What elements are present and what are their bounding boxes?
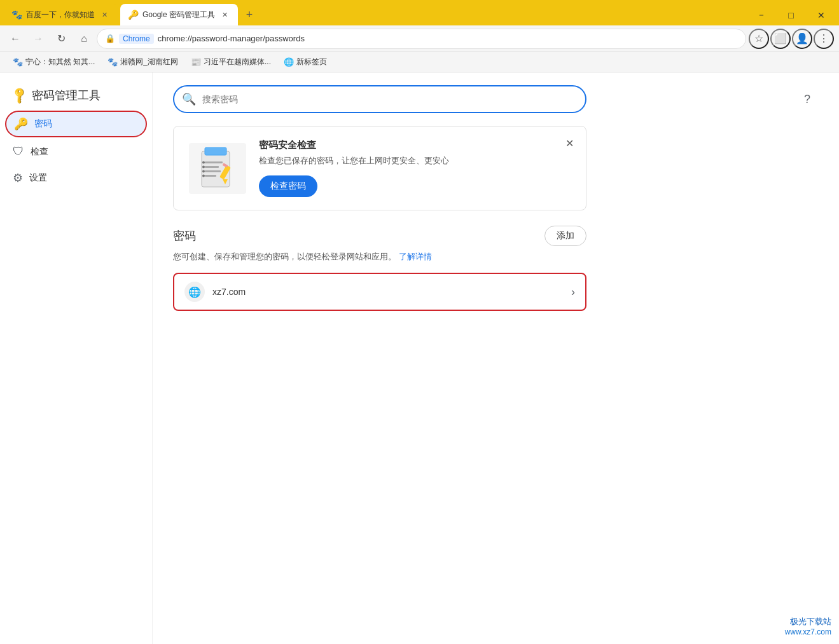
sidebar-title: 🔑 密码管理工具	[5, 83, 147, 108]
watermark-brand: 极光下载站	[785, 616, 831, 627]
tab-passwords-title: Google 密码管理工具	[142, 10, 215, 20]
tab-passwords-favicon: 🔑	[128, 10, 139, 20]
new-tab-button[interactable]: +	[240, 6, 258, 24]
help-icon[interactable]: ?	[796, 88, 819, 111]
svg-point-7	[202, 165, 205, 168]
star-button[interactable]: ☆	[749, 29, 769, 49]
chrome-badge: Chrome	[119, 34, 154, 44]
tab-passwords-close[interactable]: ✕	[219, 9, 230, 20]
svg-point-9	[202, 174, 205, 177]
svg-rect-4	[205, 170, 221, 172]
password-item-0[interactable]: 🌐 xz7.com ›	[173, 273, 586, 311]
sidebar-item-checkup[interactable]: 🛡 检查	[5, 140, 147, 163]
sidebar-key-icon: 🔑	[10, 85, 29, 105]
svg-point-6	[202, 161, 205, 163]
sidebar-checkup-label: 检查	[31, 146, 48, 158]
bookmark-icon-0: 🐾	[13, 57, 23, 67]
checkup-shield-icon: 🛡	[13, 145, 24, 158]
profile-button[interactable]: 👤	[792, 29, 812, 49]
learn-more-link[interactable]: 了解详情	[399, 252, 432, 261]
passwords-section-description: 您可创建、保存和管理您的密码，以便轻松登录网站和应用。 了解详情	[173, 251, 586, 263]
security-card-description: 检查您已保存的密码，让您在上网时更安全、更安心	[259, 155, 571, 167]
tab-baidu-favicon: 🐾	[11, 10, 22, 20]
tab-baidu[interactable]: 🐾 百度一下，你就知道 ✕	[4, 4, 118, 25]
security-card-close-button[interactable]: ✕	[560, 134, 578, 152]
site-icon-0: 🌐	[184, 282, 205, 302]
watermark-url: www.xz7.com	[785, 627, 831, 636]
minimize-button[interactable]: －	[747, 6, 775, 24]
tab-baidu-title: 百度一下，你就知道	[26, 10, 95, 20]
passwords-section-title: 密码	[173, 228, 196, 243]
search-bar-container: 🔍 ?	[173, 85, 819, 113]
site-name-0: xz7.com	[212, 287, 571, 297]
address-text: chrome://password-manager/passwords	[158, 34, 738, 43]
tab-search-button[interactable]: ⬜	[770, 29, 791, 49]
bookmark-label-1: 湘赣网_湖南红网	[120, 57, 178, 67]
search-input[interactable]	[173, 85, 586, 113]
watermark: 极光下载站 www.xz7.com	[785, 616, 831, 636]
bookmark-item-0[interactable]: 🐾 宁心：知其然 知其...	[8, 54, 100, 70]
window-controls: － □ ✕	[747, 4, 835, 24]
security-card-body: 密码安全检查 检查您已保存的密码，让您在上网时更安全、更安心 检查密码	[259, 139, 571, 197]
search-icon: 🔍	[182, 92, 196, 106]
toolbar: ← → ↻ ⌂ 🔒 Chrome chrome://password-manag…	[0, 25, 839, 52]
svg-rect-1	[205, 147, 226, 155]
sidebar-settings-label: 设置	[29, 172, 47, 184]
sidebar-item-passwords[interactable]: 🔑 密码	[5, 111, 147, 137]
tab-baidu-close[interactable]: ✕	[99, 9, 110, 20]
bookmark-icon-3: 🌐	[284, 57, 294, 67]
back-button[interactable]: ←	[5, 29, 25, 49]
svg-point-8	[202, 170, 205, 172]
passwords-key-icon: 🔑	[14, 117, 28, 131]
content-area: 🔍 ? ✕	[153, 72, 839, 644]
passwords-section-header: 密码 添加	[173, 226, 586, 246]
security-illustration	[189, 143, 246, 194]
bookmark-item-1[interactable]: 🐾 湘赣网_湖南红网	[102, 54, 183, 70]
arrow-right-icon: ›	[571, 285, 575, 299]
security-card-title: 密码安全检查	[259, 139, 571, 151]
close-button[interactable]: ✕	[807, 6, 835, 24]
main-content: 🔑 密码管理工具 🔑 密码 🛡 检查 ⚙ 设置 🔍 ?	[0, 72, 839, 644]
sidebar-item-settings[interactable]: ⚙ 设置	[5, 166, 147, 190]
maximize-button[interactable]: □	[777, 6, 805, 24]
check-passwords-button[interactable]: 检查密码	[259, 175, 317, 197]
refresh-button[interactable]: ↻	[51, 29, 71, 49]
forward-button[interactable]: →	[28, 29, 48, 49]
passwords-desc-text: 您可创建、保存和管理您的密码，以便轻松登录网站和应用。	[173, 252, 396, 261]
bookmark-item-2[interactable]: 📰 习近平在越南媒体...	[186, 54, 276, 70]
add-password-button[interactable]: 添加	[544, 226, 586, 246]
clipboard-svg	[198, 146, 237, 191]
home-button[interactable]: ⌂	[74, 29, 94, 49]
tab-passwords[interactable]: 🔑 Google 密码管理工具 ✕	[120, 4, 238, 25]
site-globe-icon: 🌐	[188, 286, 201, 298]
bookmark-item-3[interactable]: 🌐 新标签页	[279, 54, 332, 70]
menu-button[interactable]: ⋮	[814, 29, 834, 49]
svg-rect-2	[205, 161, 223, 163]
security-check-card: ✕	[173, 126, 586, 210]
bookmarks-bar: 🐾 宁心：知其然 知其... 🐾 湘赣网_湖南红网 📰 习近平在越南媒体... …	[0, 52, 839, 72]
settings-gear-icon: ⚙	[13, 171, 23, 185]
sidebar-title-text: 密码管理工具	[32, 88, 101, 103]
sidebar-passwords-label: 密码	[34, 118, 52, 130]
svg-rect-5	[205, 175, 216, 177]
bookmark-label-3: 新标签页	[296, 57, 327, 67]
lock-icon: 🔒	[105, 34, 115, 43]
bookmark-icon-1: 🐾	[107, 57, 118, 67]
window-frame: 🐾 百度一下，你就知道 ✕ 🔑 Google 密码管理工具 ✕ + － □ ✕ …	[0, 0, 839, 644]
bookmark-icon-2: 📰	[191, 57, 201, 67]
toolbar-right: ☆ ⬜ 👤 ⋮	[749, 29, 834, 49]
bookmark-label-0: 宁心：知其然 知其...	[25, 57, 95, 67]
password-list: 🌐 xz7.com ›	[173, 273, 586, 311]
svg-rect-3	[205, 166, 219, 168]
title-bar: 🐾 百度一下，你就知道 ✕ 🔑 Google 密码管理工具 ✕ + － □ ✕	[0, 0, 839, 25]
address-bar[interactable]: 🔒 Chrome chrome://password-manager/passw…	[97, 29, 746, 49]
sidebar: 🔑 密码管理工具 🔑 密码 🛡 检查 ⚙ 设置	[0, 72, 153, 644]
bookmark-label-2: 习近平在越南媒体...	[204, 57, 271, 67]
illustration-background	[189, 143, 246, 194]
